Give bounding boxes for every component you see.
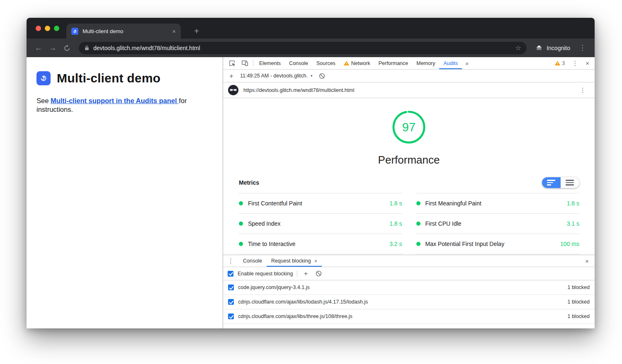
metric-value: 1.8 s [389, 200, 402, 207]
metric-name: First Contentful Paint [248, 200, 302, 207]
audits-panel-link[interactable]: Multi-client support in the Audits panel [51, 97, 179, 104]
enable-request-blocking-checkbox[interactable] [228, 271, 233, 277]
page-header: Multi-client demo [36, 71, 212, 85]
performance-score: 97 [391, 110, 426, 145]
browser-tab[interactable]: Multi-client demo × [66, 24, 181, 39]
metric-pass-dot-icon [416, 201, 420, 205]
bookmark-star-icon[interactable]: ☆ [515, 45, 521, 51]
devtools-tab-sources[interactable]: Sources [312, 57, 340, 69]
metrics-section: Metrics [239, 177, 579, 254]
enable-request-blocking-label: Enable request blocking [238, 271, 293, 277]
metric-row: Max Potential First Input Delay 100 ms [416, 234, 580, 254]
metric-name: Time to Interactive [248, 241, 296, 247]
tab-label: Memory [416, 60, 435, 66]
devtools-tab-console[interactable]: Console [285, 57, 312, 69]
metrics-header-row: Metrics [239, 177, 579, 188]
chevron-down-icon: ▾ [311, 74, 313, 78]
browser-toolbar: ← → devtools.glitch.me/wndt78/multiclien… [27, 39, 595, 57]
devtools-tab-performance[interactable]: Performance [374, 57, 413, 69]
metrics-view-toggle[interactable] [542, 177, 579, 188]
devtools-panel: Elements Console Sources Network Perform… [223, 57, 595, 328]
blocked-count: 1 blocked [567, 313, 590, 319]
audit-run-selector[interactable]: 11:49:25 AM - devtools.glitch. ▾ [240, 73, 313, 79]
browser-window: Multi-client demo × + ← → devtools.glitc… [27, 18, 595, 328]
metric-pass-dot-icon [416, 222, 420, 226]
devtools-close-icon[interactable]: × [582, 60, 593, 66]
new-audit-button[interactable]: + [227, 72, 236, 80]
blocked-pattern-row[interactable]: cdnjs.cloudflare.com/ajax/libs/lodash.js… [223, 295, 595, 309]
pattern-checkbox[interactable] [228, 299, 234, 305]
inspect-element-icon[interactable] [226, 57, 238, 69]
web-page: Multi-client demo See Multi-client suppo… [27, 57, 223, 328]
pattern-checkbox[interactable] [228, 313, 234, 319]
tab-label: Network [351, 60, 370, 66]
zoom-window-button[interactable] [54, 26, 59, 31]
audit-run-label: 11:49:25 AM - devtools.glitch. [240, 73, 308, 79]
warning-count: 3 [562, 60, 565, 66]
window-content: Multi-client demo See Multi-client suppo… [27, 57, 595, 328]
drawer-tab-console[interactable]: Console [238, 255, 267, 267]
incognito-icon [535, 44, 543, 52]
page-intro: See Multi-client support in the Audits p… [36, 96, 212, 114]
metric-name: First Meaningful Paint [425, 200, 481, 207]
tab-close-icon[interactable]: × [172, 28, 176, 34]
tab-label: Request blocking [271, 258, 311, 264]
blocked-pattern-row[interactable]: cdnjs.cloudflare.com/ajax/libs/three.js/… [223, 309, 595, 324]
more-tabs-icon[interactable]: » [462, 57, 472, 69]
new-tab-button[interactable]: + [189, 24, 204, 39]
report-menu-icon[interactable]: ⋮ [576, 87, 590, 93]
devtools-drawer: ⋮ Console Request blocking × × Enable re… [223, 255, 595, 328]
drawer-tab-request-blocking[interactable]: Request blocking × [267, 255, 322, 267]
tab-label: Elements [259, 60, 281, 66]
blocked-pattern-row[interactable]: code.jquery.com/jquery-3.4.1.js 1 blocke… [223, 280, 595, 295]
expanded-view-icon[interactable] [561, 177, 579, 188]
blocked-patterns-list: code.jquery.com/jquery-3.4.1.js 1 blocke… [223, 280, 595, 328]
browser-menu-icon[interactable]: ⋮ [576, 44, 589, 51]
window-titlebar: Multi-client demo × + [27, 18, 595, 39]
pattern-text: cdnjs.cloudflare.com/ajax/libs/three.js/… [238, 313, 352, 319]
metric-pass-dot-icon [416, 242, 420, 246]
reload-button[interactable] [61, 44, 73, 52]
warning-count-badge[interactable]: 3 [552, 60, 569, 66]
device-toolbar-icon[interactable] [238, 57, 251, 69]
metrics-column-left: First Contentful Paint 1.8 s Speed Index… [239, 193, 402, 254]
toolbar-divider [297, 270, 297, 277]
drawer-close-icon[interactable]: × [579, 255, 595, 267]
metric-name: First CPU Idle [425, 220, 462, 227]
metric-row: Time to Interactive 3.2 s [239, 234, 402, 254]
drawer-menu-icon[interactable]: ⋮ [223, 255, 238, 267]
drawer-tabbar: ⋮ Console Request blocking × × [223, 255, 595, 267]
forward-button[interactable]: → [46, 44, 59, 52]
clear-audits-icon[interactable] [317, 73, 327, 79]
toolbar-divider [253, 60, 253, 66]
address-bar[interactable]: devtools.glitch.me/wndt78/multiclient.ht… [79, 42, 527, 54]
metrics-column-right: First Meaningful Paint 1.8 s First CPU I… [416, 193, 580, 254]
remove-all-patterns-icon[interactable] [314, 270, 323, 277]
pattern-checkbox[interactable] [228, 284, 234, 290]
tab-label: Sources [316, 60, 335, 66]
minimize-window-button[interactable] [45, 26, 50, 31]
devtools-menu-icon[interactable]: ⋮ [568, 60, 582, 66]
metric-row: Speed Index 1.8 s [239, 214, 402, 234]
close-window-button[interactable] [36, 26, 41, 31]
traffic-lights [36, 26, 59, 31]
audited-url: https://devtools.glitch.me/wndt78/multic… [243, 87, 571, 93]
back-button[interactable]: ← [32, 44, 45, 52]
url-text: devtools.glitch.me/wndt78/multiclient.ht… [93, 45, 512, 51]
devtools-tabbar: Elements Console Sources Network Perform… [223, 57, 595, 70]
devtools-tab-memory[interactable]: Memory [412, 57, 439, 69]
metric-pass-dot-icon [239, 201, 243, 205]
add-pattern-button[interactable]: + [301, 270, 310, 277]
metric-value: 100 ms [560, 241, 579, 247]
close-tab-icon[interactable]: × [314, 258, 318, 264]
devtools-tab-elements[interactable]: Elements [255, 57, 285, 69]
metric-value: 3.2 s [389, 241, 402, 247]
lock-icon [84, 45, 90, 51]
devtools-tab-audits[interactable]: Audits [439, 57, 462, 69]
devtools-tab-network[interactable]: Network [340, 57, 374, 69]
network-warning-icon [344, 61, 349, 65]
tab-label: Console [243, 258, 262, 264]
audit-url-row: https://devtools.glitch.me/wndt78/multic… [223, 82, 595, 98]
metric-pass-dot-icon [239, 242, 243, 246]
condensed-view-icon[interactable] [542, 177, 561, 188]
